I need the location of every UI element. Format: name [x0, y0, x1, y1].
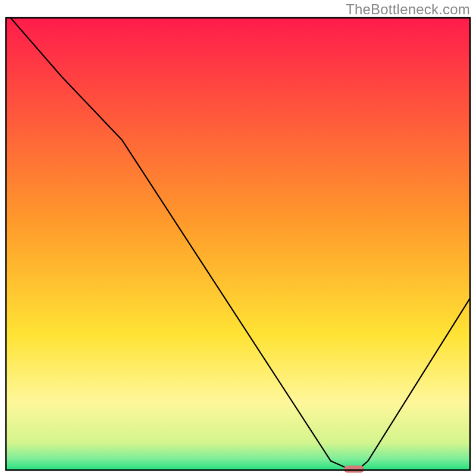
chart-container: TheBottleneck.com — [0, 0, 476, 476]
chart-background — [6, 18, 470, 470]
watermark-text: TheBottleneck.com — [346, 1, 470, 18]
chart-svg — [0, 0, 476, 476]
min-marker — [344, 465, 364, 472]
